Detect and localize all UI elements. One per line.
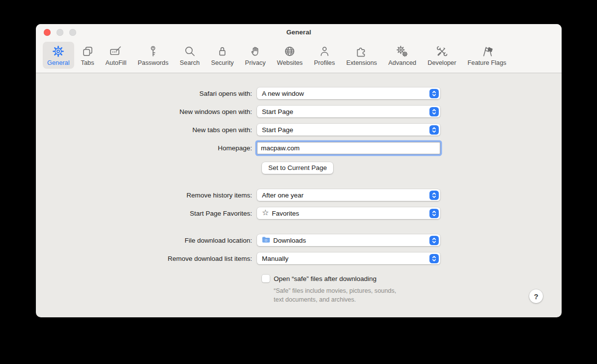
titlebar[interactable]: General (36, 24, 562, 41)
tab-feature-flags[interactable]: Feature Flags (463, 42, 511, 69)
tab-tabs[interactable]: Tabs (77, 42, 99, 69)
safari-settings-window: General General Tabs AutoFill Passwords (36, 24, 562, 317)
tab-label: Privacy (245, 59, 266, 66)
hand-icon (249, 45, 262, 58)
tab-label: AutoFill (106, 59, 127, 66)
new-windows-open-with-label: New windows open with: (36, 108, 257, 115)
help-button[interactable]: ? (529, 289, 543, 303)
file-download-location-select[interactable]: Downloads (257, 234, 440, 246)
tab-passwords[interactable]: Passwords (133, 42, 173, 69)
tab-websites[interactable]: Websites (273, 42, 307, 69)
safari-opens-with-label: Safari opens with: (36, 90, 257, 97)
tab-security[interactable]: Security (206, 42, 238, 69)
tab-label: General (47, 59, 70, 66)
tools-icon (435, 45, 449, 58)
safe-files-note: “Safe” files include movies, pictures, s… (274, 287, 562, 305)
gear-icon (52, 45, 65, 58)
chevron-up-down-icon (429, 209, 439, 218)
new-tabs-open-with-row: New tabs open with: Start Page (36, 124, 562, 136)
tabs-icon (81, 45, 94, 58)
tab-profiles[interactable]: Profiles (310, 42, 340, 69)
gears-icon (396, 45, 409, 58)
tab-label: Security (211, 59, 233, 66)
safari-opens-with-row: Safari opens with: A new window (36, 87, 562, 99)
start-page-favorites-select[interactable]: ☆ Favorites (257, 207, 440, 219)
tab-label: Profiles (314, 59, 335, 66)
tab-autofill[interactable]: AutoFill (101, 42, 131, 69)
tab-label: Advanced (388, 59, 416, 66)
autofill-icon (109, 45, 122, 58)
start-page-favorites-row: Start Page Favorites: ☆ Favorites (36, 207, 562, 219)
window-header: General General Tabs AutoFill Passwords (36, 24, 562, 73)
tab-advanced[interactable]: Advanced (384, 42, 421, 69)
person-icon (318, 45, 331, 58)
set-to-current-page-button[interactable]: Set to Current Page (262, 162, 333, 174)
homepage-label: Homepage: (36, 144, 257, 152)
tab-label: Search (180, 59, 200, 66)
tab-privacy[interactable]: Privacy (241, 42, 270, 69)
remove-download-list-items-label: Remove download list items: (36, 255, 257, 262)
flags-icon (480, 45, 493, 58)
chevron-up-down-icon (429, 107, 439, 116)
lock-icon (216, 45, 229, 58)
traffic-lights (44, 29, 76, 36)
general-settings-panel: Safari opens with: A new window New wind… (36, 73, 562, 315)
tab-label: Extensions (346, 59, 377, 66)
settings-toolbar: General Tabs AutoFill Passwords Search S (36, 41, 562, 73)
remove-download-list-items-row: Remove download list items: Manually (36, 252, 562, 264)
remove-history-items-select[interactable]: After one year (257, 189, 440, 201)
minimize-button (57, 29, 63, 36)
tab-search[interactable]: Search (175, 42, 204, 69)
homepage-input[interactable] (257, 142, 440, 154)
close-button[interactable] (44, 29, 51, 36)
open-safe-files-label: Open “safe” files after downloading (274, 275, 376, 282)
safari-opens-with-select[interactable]: A new window (257, 87, 440, 99)
new-windows-open-with-select[interactable]: Start Page (257, 106, 440, 117)
start-page-favorites-label: Start Page Favorites: (36, 210, 257, 217)
tab-label: Websites (277, 59, 303, 66)
tab-label: Tabs (81, 59, 94, 66)
chevron-up-down-icon (429, 191, 439, 200)
set-to-current-page-row: Set to Current Page (262, 162, 562, 174)
key-icon (146, 45, 160, 58)
file-download-location-label: File download location: (36, 237, 257, 244)
remove-history-items-label: Remove history items: (36, 192, 257, 199)
chevron-up-down-icon (429, 254, 439, 263)
zoom-button (69, 29, 76, 36)
chevron-up-down-icon (429, 125, 439, 135)
open-safe-files-checkbox[interactable] (262, 275, 270, 282)
open-safe-files-row: Open “safe” files after downloading (262, 275, 562, 282)
chevron-up-down-icon (429, 236, 439, 245)
window-title: General (36, 28, 562, 36)
tab-extensions[interactable]: Extensions (342, 42, 382, 69)
tab-label: Passwords (138, 59, 169, 66)
homepage-row: Homepage: (36, 142, 562, 154)
new-tabs-open-with-select[interactable]: Start Page (257, 124, 440, 136)
remove-download-list-items-select[interactable]: Manually (257, 252, 440, 264)
new-windows-open-with-row: New windows open with: Start Page (36, 106, 562, 117)
star-icon: ☆ (262, 209, 269, 217)
tab-developer[interactable]: Developer (423, 42, 460, 69)
globe-icon (283, 45, 296, 58)
magnifier-icon (183, 45, 197, 58)
downloads-folder-icon (262, 236, 270, 245)
remove-history-items-row: Remove history items: After one year (36, 189, 562, 201)
puzzle-icon (355, 45, 368, 58)
tab-label: Developer (427, 59, 456, 66)
chevron-up-down-icon (429, 89, 439, 98)
tab-label: Feature Flags (468, 59, 507, 66)
new-tabs-open-with-label: New tabs open with: (36, 126, 257, 134)
file-download-location-row: File download location: Downloads (36, 234, 562, 246)
tab-general[interactable]: General (43, 42, 74, 69)
question-mark-icon: ? (534, 292, 538, 301)
